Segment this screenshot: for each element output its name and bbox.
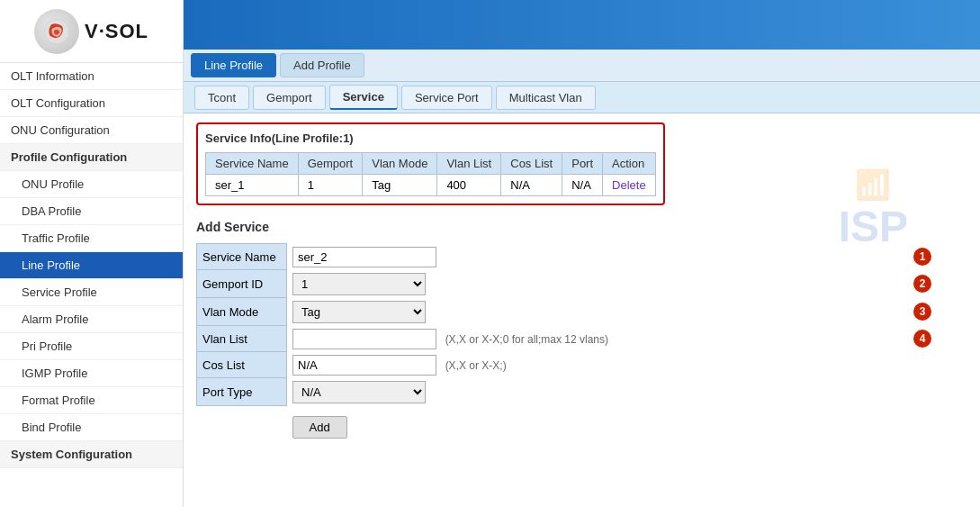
sidebar-item-profile-config[interactable]: Profile Configuration (0, 144, 183, 171)
step-badge-1: 1 (913, 248, 931, 266)
cell-port: N/A (562, 175, 603, 196)
logo-text: V·SOL (85, 20, 148, 43)
vlan-mode-select[interactable]: Tag Transparent Translation (292, 301, 426, 323)
step-badge-4: 4 (913, 330, 931, 348)
add-btn-empty-label (197, 406, 287, 441)
cell-action[interactable]: Delete (603, 175, 656, 196)
input-cell-service-name (287, 244, 904, 270)
vsol-logo-svg (43, 18, 70, 45)
port-type-select[interactable]: N/A ETH POTS E1 (292, 381, 426, 403)
sidebar-item-olt-info[interactable]: OLT Information (0, 63, 183, 90)
tab-add-profile[interactable]: Add Profile (280, 53, 364, 77)
sidebar-item-bind-profile[interactable]: Bind Profile (0, 414, 183, 441)
label-vlan-mode: Vlan Mode (197, 298, 287, 326)
form-row-service-name: Service Name 1 (197, 244, 967, 270)
sidebar-item-format-profile[interactable]: Format Profile (0, 387, 183, 414)
cos-list-input[interactable] (292, 355, 436, 376)
input-cell-vlan-list: (X,X or X-X;0 for all;max 12 vlans) (287, 326, 904, 352)
sidebar-item-line-profile[interactable]: Line Profile (0, 252, 183, 279)
step-badge-3: 3 (913, 303, 931, 321)
input-cell-vlan-mode: Tag Transparent Translation (287, 298, 904, 326)
service-info-title: Service Info(Line Profile:1) (205, 131, 656, 145)
vlan-list-input[interactable] (292, 329, 436, 349)
top-banner (184, 0, 980, 50)
step-badge-1-cell: 1 (903, 244, 967, 270)
add-service-form: Service Name 1 Gemport ID 1 (196, 243, 967, 441)
form-row-cos-list: Cos List (X,X or X-X;) (197, 352, 967, 378)
input-cell-port-type: N/A ETH POTS E1 (287, 378, 904, 406)
wifi-icon: 📶 (839, 167, 908, 202)
step-badge-2: 2 (913, 275, 931, 293)
label-gemport-id: Gemport ID (197, 270, 287, 298)
sidebar-item-dba-profile[interactable]: DBA Profile (0, 198, 183, 225)
service-name-input[interactable] (292, 247, 436, 267)
cell-vlan-list: 400 (437, 175, 501, 196)
col-gemport: Gemport (298, 153, 363, 175)
sub-tab-tcont[interactable]: Tcont (194, 86, 249, 110)
col-service-name: Service Name (206, 153, 299, 175)
label-vlan-list: Vlan List (197, 326, 287, 352)
label-cos-list: Cos List (197, 352, 287, 378)
logo-area: V·SOL (0, 0, 183, 63)
form-row-vlan-mode: Vlan Mode Tag Transparent Translation 3 (197, 298, 967, 326)
sidebar: V·SOL OLT Information OLT Configuration … (0, 0, 184, 507)
sidebar-item-alarm-profile[interactable]: Alarm Profile (0, 306, 183, 333)
cell-gemport: 1 (298, 175, 363, 196)
sub-tab-service-port[interactable]: Service Port (401, 86, 492, 110)
label-port-type: Port Type (197, 378, 287, 406)
service-info-table: Service Name Gemport Vlan Mode Vlan List… (205, 152, 656, 196)
table-row: ser_1 1 Tag 400 N/A N/A Delete (206, 175, 656, 196)
form-row-gemport-id: Gemport ID 1 2 3 4 2 (197, 270, 967, 298)
main-area: Line Profile Add Profile Tcont Gemport S… (184, 0, 980, 507)
sidebar-item-pri-profile[interactable]: Pri Profile (0, 333, 183, 360)
vlan-list-hint: (X,X or X-X;0 for all;max 12 vlans) (445, 333, 608, 346)
add-button[interactable]: Add (292, 416, 347, 439)
form-row-add-button: Add (197, 406, 967, 441)
add-service-title: Add Service (196, 220, 967, 234)
cos-empty-cell (903, 352, 967, 378)
sub-tab-gemport[interactable]: Gemport (253, 86, 326, 110)
add-btn-cell: Add (287, 406, 904, 441)
table-header-row: Service Name Gemport Vlan Mode Vlan List… (206, 153, 656, 175)
delete-link[interactable]: Delete (612, 178, 646, 192)
main-tab-bar: Line Profile Add Profile (184, 50, 980, 82)
sidebar-item-service-profile[interactable]: Service Profile (0, 279, 183, 306)
input-cell-gemport-id: 1 2 3 4 (287, 270, 904, 298)
service-info-box: Service Info(Line Profile:1) Service Nam… (196, 122, 665, 205)
form-row-vlan-list: Vlan List (X,X or X-X;0 for all;max 12 v… (197, 326, 967, 352)
sidebar-item-system-config[interactable]: System Configuration (0, 441, 183, 468)
add-empty-cell (903, 406, 967, 441)
logo-icon (34, 9, 79, 54)
gemport-id-select[interactable]: 1 2 3 4 (292, 273, 426, 295)
sidebar-item-onu-config[interactable]: ONU Configuration (0, 117, 183, 144)
form-row-port-type: Port Type N/A ETH POTS E1 (197, 378, 967, 406)
content-area: 📶 ISP Service Info(Line Profile:1) Servi… (184, 113, 980, 507)
col-cos-list: Cos List (501, 153, 562, 175)
cell-vlan-mode: Tag (363, 175, 437, 196)
sub-tab-multicast-vlan[interactable]: Multicast Vlan (496, 86, 596, 110)
step-badge-3-cell: 3 (903, 298, 967, 326)
sidebar-nav: OLT Information OLT Configuration ONU Co… (0, 63, 183, 507)
port-empty-cell (903, 378, 967, 406)
col-port: Port (562, 153, 603, 175)
sidebar-item-traffic-profile[interactable]: Traffic Profile (0, 225, 183, 252)
sidebar-item-olt-config[interactable]: OLT Configuration (0, 90, 183, 117)
cell-cos-list: N/A (501, 175, 562, 196)
input-cell-cos-list: (X,X or X-X;) (287, 352, 904, 378)
col-vlan-list: Vlan List (437, 153, 501, 175)
step-badge-2-cell: 2 (903, 270, 967, 298)
label-service-name: Service Name (197, 244, 287, 270)
sub-tab-service[interactable]: Service (329, 85, 398, 110)
add-service-section: Add Service Service Name 1 (196, 220, 967, 441)
step-badge-4-cell: 4 (903, 326, 967, 352)
col-action: Action (603, 153, 656, 175)
tab-line-profile[interactable]: Line Profile (191, 53, 276, 77)
sub-tab-bar: Tcont Gemport Service Service Port Multi… (184, 82, 980, 113)
sidebar-item-onu-profile[interactable]: ONU Profile (0, 171, 183, 198)
cell-service-name: ser_1 (206, 175, 299, 196)
col-vlan-mode: Vlan Mode (363, 153, 437, 175)
cos-list-hint: (X,X or X-X;) (445, 359, 507, 372)
sidebar-item-igmp-profile[interactable]: IGMP Profile (0, 360, 183, 387)
